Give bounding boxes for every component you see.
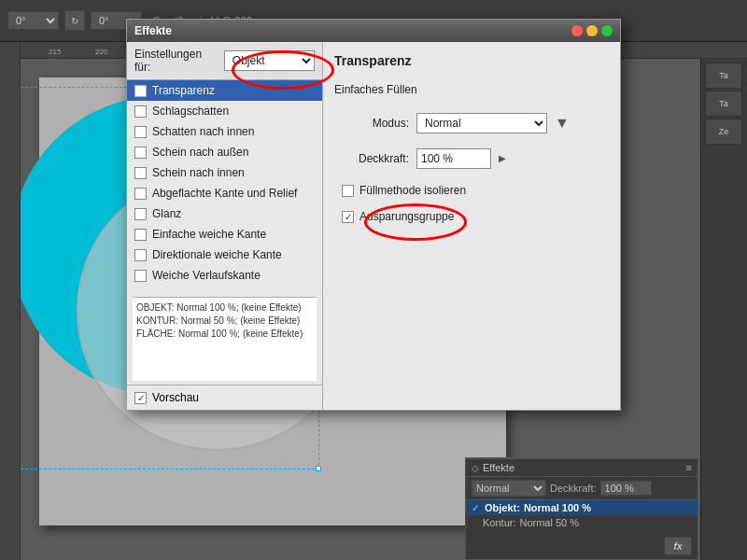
checkbox-weiche[interactable]	[134, 270, 147, 282]
effects-kontur-label: Kontur:	[483, 517, 515, 528]
deckkraft-label: Deckkraft:	[334, 152, 409, 165]
list-item-schein-nach-innen[interactable]: Schein nach innen	[127, 162, 322, 183]
checkbox-transparenz[interactable]	[134, 85, 147, 97]
dialog-close-button[interactable]	[571, 25, 583, 36]
label-schein-nach-innen: Schein nach innen	[152, 166, 245, 179]
dialog-minimize-button[interactable]	[586, 25, 598, 36]
dialog-right-panel: Transparenz Einfaches Füllen Modus: Norm…	[323, 42, 620, 410]
checkbox-schein-nach-innen[interactable]	[134, 167, 147, 179]
list-item-abgeflachte[interactable]: Abgeflachte Kante und Relief	[127, 183, 322, 203]
modus-label: Modus:	[334, 117, 409, 130]
list-item-transparenz[interactable]: Transparenz	[127, 80, 322, 101]
summary-line-1: OBJEKT: Normal 100 %; (keine Effekte)	[136, 301, 313, 315]
effects-objekt-label: Objekt:	[485, 502, 520, 513]
dialog-title: Effekte	[134, 24, 172, 37]
modus-select[interactable]: Normal	[416, 113, 547, 133]
deckkraft-arrow[interactable]: ▶	[499, 153, 510, 164]
dialog-settings-row: Einstellungen für: Objekt	[127, 42, 322, 80]
fuellmethode-label: Füllmethode isolieren	[359, 184, 466, 197]
list-item-glanz[interactable]: Glanz	[127, 203, 322, 224]
settings-for-select[interactable]: Objekt	[224, 50, 315, 71]
checkbox-schein-nach-aussen[interactable]	[134, 147, 147, 159]
effects-objekt-value: Normal 100 %	[524, 502, 591, 513]
checkbox-abgeflachte[interactable]	[134, 188, 147, 200]
label-schatten-nach-innen: Schatten nach innen	[152, 125, 254, 138]
effects-fx-button[interactable]: fx	[664, 537, 692, 555]
bottom-effects-panel: ◇ Effekte ≡ Normal Deckkraft: ✓ Objekt: …	[465, 457, 698, 560]
label-transparenz: Transparenz	[152, 84, 215, 97]
effects-list: Transparenz Schlagschatten Schatten nach…	[127, 80, 322, 293]
checkbox-glanz[interactable]	[134, 208, 147, 220]
rotate-icon[interactable]: ↻	[64, 10, 85, 31]
dialog-titlebar: Effekte	[127, 20, 620, 42]
list-item-direktionale[interactable]: Direktionale weiche Kante	[127, 245, 322, 265]
summary-line-2: KONTUR: Normal 50 %; (keine Effekte)	[136, 315, 313, 328]
list-item-schein-nach-aussen[interactable]: Schein nach außen	[127, 142, 322, 162]
summary-line-3: FLÄCHE: Normal 100 %; (keine Effekte)	[136, 328, 313, 341]
angle1-select[interactable]: 0°	[7, 11, 59, 30]
list-item-schatten-nach-innen[interactable]: Schatten nach innen	[127, 121, 322, 142]
right-panel: Ta Ta Ze	[700, 59, 747, 560]
ausparungsgruppe-row: ✓ Ausparungsgruppe	[334, 210, 609, 223]
label-weiche: Weiche Verlaufskante	[152, 269, 261, 282]
bottom-effects-menu-icon[interactable]: ≡	[686, 462, 692, 473]
deckkraft-input[interactable]	[416, 148, 491, 169]
vorschau-label: Vorschau	[152, 391, 199, 404]
list-item-schlagschatten[interactable]: Schlagschatten	[127, 101, 322, 121]
ausparungsgruppe-label: Ausparungsgruppe	[359, 210, 454, 223]
ausparungsgruppe-checkbox[interactable]: ✓	[342, 211, 354, 223]
label-glanz: Glanz	[152, 207, 181, 220]
dialog-titlebar-buttons	[571, 25, 613, 36]
effekte-dialog: Effekte Einstellungen für: Objekt Transp…	[126, 19, 621, 411]
checkbox-schatten-nach-innen[interactable]	[134, 126, 147, 138]
checkbox-direktionale[interactable]	[134, 249, 147, 261]
section-title-transparenz: Transparenz	[334, 53, 609, 68]
list-item-einfache[interactable]: Einfache weiche Kante	[127, 224, 322, 245]
bottom-mode-select[interactable]: Normal	[472, 480, 546, 497]
bottom-deckkraft-label: Deckkraft:	[550, 483, 597, 494]
label-schein-nach-aussen: Schein nach außen	[152, 146, 248, 159]
label-einfache: Einfache weiche Kante	[152, 228, 266, 241]
bottom-effects-header: ◇ Effekte ≡	[466, 459, 698, 477]
bottom-deckkraft-input[interactable]	[600, 481, 652, 496]
label-schlagschatten: Schlagschatten	[152, 105, 229, 118]
subsection-title-einfaches: Einfaches Füllen	[334, 83, 609, 96]
handle-br[interactable]	[316, 466, 321, 471]
dialog-left-panel: Einstellungen für: Objekt Transparenz Sc…	[127, 42, 323, 410]
right-panel-btn-3[interactable]: Ze	[705, 119, 742, 145]
vorschau-checkbox[interactable]: ✓	[134, 392, 147, 404]
effects-kontur-value: Normal 50 %	[519, 517, 579, 528]
label-abgeflachte: Abgeflachte Kante und Relief	[152, 187, 297, 200]
ruler-num-2: 220	[95, 48, 107, 56]
modus-row: Modus: Normal ▼	[334, 113, 609, 133]
modus-dropdown-arrow[interactable]: ▼	[555, 115, 570, 132]
fuellmethode-row: Füllmethode isolieren	[334, 184, 609, 197]
effects-row-kontur[interactable]: Kontur: Normal 50 %	[466, 515, 698, 530]
fuellmethode-checkbox[interactable]	[342, 185, 354, 197]
right-panel-btn-2[interactable]: Ta	[705, 91, 742, 117]
bottom-effects-title: Effekte	[483, 462, 514, 473]
label-direktionale: Direktionale weiche Kante	[152, 248, 282, 261]
checkbox-einfache[interactable]	[134, 229, 147, 241]
settings-for-label: Einstellungen für:	[134, 48, 218, 74]
ruler-vertical	[0, 42, 21, 560]
effects-row-objekt[interactable]: ✓ Objekt: Normal 100 %	[466, 500, 698, 515]
summary-box: OBJEKT: Normal 100 %; (keine Effekte) KO…	[133, 297, 317, 381]
dialog-content: Einstellungen für: Objekt Transparenz Sc…	[127, 42, 620, 410]
checkbox-schlagschatten[interactable]	[134, 105, 147, 118]
list-item-weiche[interactable]: Weiche Verlaufskante	[127, 265, 322, 286]
dialog-maximize-button[interactable]	[601, 25, 613, 36]
bottom-effects-toolbar: Normal Deckkraft:	[466, 477, 698, 500]
right-panel-btn-1[interactable]: Ta	[705, 63, 742, 89]
ruler-num-1: 215	[49, 48, 61, 56]
vorschau-row: ✓ Vorschau	[127, 385, 322, 410]
deckkraft-row: Deckkraft: ▶	[334, 148, 609, 169]
